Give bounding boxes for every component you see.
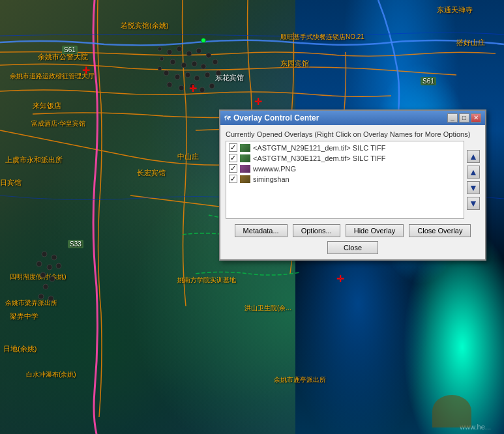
svg-point-26 — [37, 261, 42, 267]
checkbox-4[interactable]: ✓ — [229, 175, 237, 183]
overlay-label-3: wwwww.PNG — [253, 165, 296, 173]
svg-point-8 — [201, 64, 206, 69]
svg-point-11 — [175, 74, 180, 80]
minimize-button[interactable]: _ — [447, 113, 458, 123]
svg-point-17 — [179, 85, 184, 91]
hide-overlay-button[interactable]: Hide Overlay — [346, 224, 404, 237]
action-buttons-row: Metadata... Options... Hide Overlay Clos… — [226, 224, 480, 237]
overlay-label-2: <ASTGTM_N30E121_dem.tif> SILC TIFF — [253, 154, 385, 162]
cross-marker-2: ✛ — [254, 96, 262, 107]
close-row: Close — [226, 241, 480, 254]
svg-point-28 — [56, 263, 61, 268]
move-up-button[interactable]: ▲ — [467, 166, 480, 179]
dot-cluster-south — [31, 248, 83, 328]
dialog-content: Currently Opened Overlays (Right Click o… — [220, 125, 485, 259]
svg-point-0 — [167, 50, 172, 55]
maximize-button[interactable]: □ — [459, 113, 469, 123]
svg-point-4 — [206, 53, 211, 58]
svg-point-7 — [192, 61, 197, 66]
dialog-close-x-button[interactable]: ✕ — [471, 113, 481, 123]
svg-point-30 — [50, 276, 55, 282]
move-down-button[interactable]: ▼ — [467, 181, 480, 194]
overlay-item-4[interactable]: ✓ simingshan — [228, 174, 462, 184]
svg-point-12 — [185, 72, 190, 78]
svg-point-22 — [160, 57, 164, 61]
metadata-button[interactable]: Metadata... — [235, 224, 288, 237]
svg-point-10 — [164, 70, 169, 76]
close-dialog-button[interactable]: Close — [327, 241, 378, 254]
overlay-listbox[interactable]: ✓ <ASTGTM_N29E121_dem.tif> SILC TIFF ✓ <… — [226, 141, 464, 219]
checkbox-1[interactable]: ✓ — [229, 143, 237, 152]
svg-point-2 — [186, 51, 192, 56]
overlay-item-1[interactable]: ✓ <ASTGTM_N29E121_dem.tif> SILC TIFF — [228, 143, 462, 152]
checkbox-3[interactable]: ✓ — [229, 164, 237, 173]
svg-point-20 — [209, 83, 215, 89]
svg-point-33 — [48, 296, 53, 301]
arrow-buttons-area: ▲ ▲ ▼ ▼ — [467, 141, 480, 219]
svg-point-21 — [158, 47, 162, 51]
cross-marker-1: ✛ — [189, 83, 197, 94]
svg-point-19 — [200, 87, 205, 93]
svg-point-15 — [216, 70, 221, 76]
svg-point-1 — [177, 46, 182, 51]
svg-point-6 — [181, 63, 186, 68]
overlay-list-area: ✓ <ASTGTM_N29E121_dem.tif> SILC TIFF ✓ <… — [226, 141, 464, 219]
svg-point-25 — [52, 255, 57, 260]
dot-cluster-main — [156, 39, 235, 106]
titlebar-buttons: _ □ ✕ — [447, 113, 481, 123]
overlay-control-dialog: 🗺 Overlay Control Center _ □ ✕ Currently… — [219, 109, 486, 261]
svg-point-5 — [170, 59, 175, 65]
overlay-item-3[interactable]: ✓ wwwww.PNG — [228, 164, 462, 173]
svg-point-23 — [158, 66, 162, 70]
svg-point-32 — [38, 294, 44, 299]
move-up-top-button[interactable]: ▲ — [467, 150, 480, 163]
dialog-title: Overlay Control Center — [233, 113, 319, 123]
overlay-icon-tiff-1 — [240, 144, 250, 152]
green-marker — [201, 38, 206, 43]
cross-marker-3: ✛ — [336, 274, 344, 284]
svg-point-31 — [43, 284, 48, 289]
svg-point-14 — [205, 72, 210, 78]
mushroom-icon — [432, 395, 471, 427]
dialog-titlebar: 🗺 Overlay Control Center _ □ ✕ — [220, 111, 485, 125]
svg-point-16 — [167, 82, 172, 87]
dialog-instruction: Currently Opened Overlays (Right Click o… — [226, 130, 480, 138]
svg-point-24 — [42, 252, 47, 257]
svg-point-9 — [213, 59, 218, 65]
svg-point-3 — [196, 48, 201, 53]
overlay-icon-tiff-2 — [240, 154, 250, 162]
close-overlay-button[interactable]: Close Overlay — [409, 224, 471, 237]
listbox-container: ✓ <ASTGTM_N29E121_dem.tif> SILC TIFF ✓ <… — [226, 141, 480, 219]
overlay-icon-sim — [240, 175, 250, 183]
options-button[interactable]: Options... — [293, 224, 340, 237]
svg-point-13 — [194, 76, 200, 81]
svg-point-29 — [40, 272, 46, 278]
checkbox-2[interactable]: ✓ — [229, 154, 237, 162]
overlay-label-4: simingshan — [253, 175, 289, 183]
overlay-icon-png — [240, 165, 250, 173]
overlay-label-1: <ASTGTM_N29E121_dem.tif> SILC TIFF — [253, 144, 385, 152]
move-down-bottom-button[interactable]: ▼ — [467, 197, 480, 210]
cross-marker-4: ✛ — [82, 65, 90, 76]
svg-point-27 — [47, 265, 52, 270]
overlay-item-2[interactable]: ✓ <ASTGTM_N30E121_dem.tif> SILC TIFF — [228, 153, 462, 163]
